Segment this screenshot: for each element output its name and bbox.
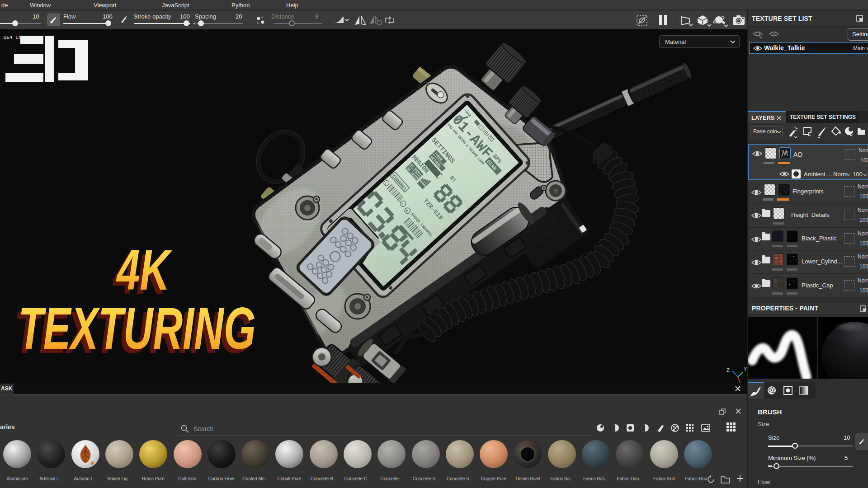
svg-text:1: 1 bbox=[773, 32, 775, 37]
svg-text:TEXTURING: TEXTURING bbox=[18, 296, 256, 361]
svg-text:Y: Y bbox=[744, 366, 747, 372]
svg-text:4K: 4K bbox=[116, 238, 173, 301]
svg-text:Z: Z bbox=[726, 367, 730, 373]
